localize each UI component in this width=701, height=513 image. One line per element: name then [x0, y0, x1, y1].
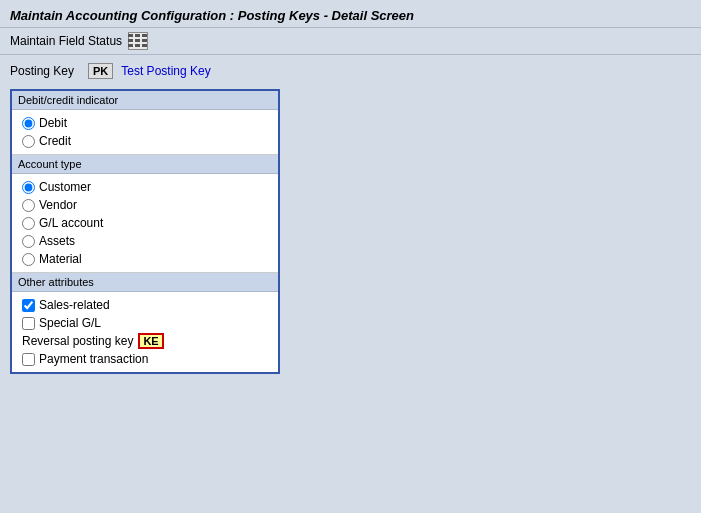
gl-account-radio[interactable] [22, 217, 35, 230]
debit-credit-header: Debit/credit indicator [12, 91, 278, 110]
vendor-label: Vendor [39, 198, 77, 212]
radio-vendor: Vendor [22, 198, 268, 212]
radio-credit: Credit [22, 134, 268, 148]
special-gl-checkbox[interactable] [22, 317, 35, 330]
radio-gl-account: G/L account [22, 216, 268, 230]
account-type-section: Account type Customer Vendor G/L account… [12, 155, 278, 273]
debit-credit-section: Debit/credit indicator Debit Credit [12, 91, 278, 155]
test-posting-key-link[interactable]: Test Posting Key [121, 64, 210, 78]
checkbox-special-gl: Special G/L [22, 316, 268, 330]
checkbox-payment-transaction: Payment transaction [22, 352, 268, 366]
toolbar: Maintain Field Status [0, 28, 701, 55]
assets-radio[interactable] [22, 235, 35, 248]
payment-transaction-checkbox[interactable] [22, 353, 35, 366]
credit-radio[interactable] [22, 135, 35, 148]
radio-material: Material [22, 252, 268, 266]
page-title: Maintain Accounting Configuration : Post… [10, 8, 691, 23]
reversal-posting-key-value[interactable]: KE [139, 334, 162, 348]
customer-label: Customer [39, 180, 91, 194]
sales-related-label: Sales-related [39, 298, 110, 312]
main-panel: Debit/credit indicator Debit Credit Acco… [10, 89, 280, 374]
posting-key-badge: PK [88, 63, 113, 79]
other-attributes-header: Other attributes [12, 273, 278, 292]
material-radio[interactable] [22, 253, 35, 266]
credit-label: Credit [39, 134, 71, 148]
customer-radio[interactable] [22, 181, 35, 194]
radio-assets: Assets [22, 234, 268, 248]
other-attributes-body: Sales-related Special G/L Reversal posti… [12, 292, 278, 372]
other-attributes-section: Other attributes Sales-related Special G… [12, 273, 278, 372]
assets-label: Assets [39, 234, 75, 248]
vendor-radio[interactable] [22, 199, 35, 212]
radio-customer: Customer [22, 180, 268, 194]
radio-debit: Debit [22, 116, 268, 130]
account-type-header: Account type [12, 155, 278, 174]
debit-radio[interactable] [22, 117, 35, 130]
posting-key-row: Posting Key PK Test Posting Key [10, 63, 691, 79]
title-bar: Maintain Accounting Configuration : Post… [0, 0, 701, 28]
maintain-field-status-label: Maintain Field Status [10, 34, 122, 48]
debit-label: Debit [39, 116, 67, 130]
payment-transaction-label: Payment transaction [39, 352, 148, 366]
posting-key-label: Posting Key [10, 64, 80, 78]
content-area: Posting Key PK Test Posting Key Debit/cr… [0, 55, 701, 382]
maintain-field-status-icon[interactable] [128, 32, 148, 50]
special-gl-label: Special G/L [39, 316, 101, 330]
sales-related-checkbox[interactable] [22, 299, 35, 312]
gl-account-label: G/L account [39, 216, 103, 230]
reversal-posting-key-row: Reversal posting key KE [22, 334, 268, 348]
material-label: Material [39, 252, 82, 266]
checkbox-sales-related: Sales-related [22, 298, 268, 312]
debit-credit-body: Debit Credit [12, 110, 278, 154]
reversal-posting-key-label: Reversal posting key [22, 334, 133, 348]
account-type-body: Customer Vendor G/L account Assets Mater… [12, 174, 278, 272]
